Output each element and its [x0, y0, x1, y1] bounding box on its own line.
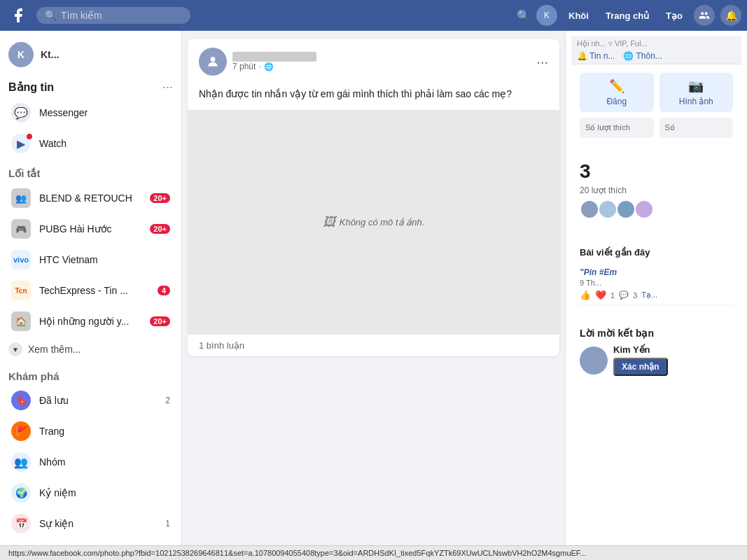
friend-req-title: Lời mời kết bạn — [580, 328, 733, 339]
sidebar-item-memories[interactable]: 🌍 Kỷ niệm — [3, 477, 179, 508]
bang-tin-title: Bảng tin — [8, 80, 54, 94]
share-label[interactable]: Tạ... — [641, 290, 657, 300]
events-badge: 1 — [165, 519, 170, 528]
pages-label: Trang — [39, 426, 170, 437]
hoi-badge: 20+ — [150, 316, 170, 326]
main-feed: 7 phút · 🌐 ··· Nhận được tin nhắn vậy từ… — [182, 31, 565, 560]
blend-label: BLEND & RETOUCH — [39, 192, 141, 204]
so-label: Số — [665, 123, 728, 132]
kham-pha-category: Khám phá — [0, 362, 181, 385]
post-options-button[interactable]: ··· — [536, 54, 548, 70]
htc-label: HTC Vietnam — [39, 254, 170, 265]
sidebar-item-htc[interactable]: vivo HTC Vietnam — [3, 244, 179, 275]
memories-label: Kỷ niệm — [39, 487, 170, 498]
sidebar-item-groups[interactable]: 👥 Nhóm — [3, 447, 179, 477]
post-author-avatar[interactable] — [199, 48, 227, 76]
confirm-friend-button[interactable]: Xác nhận — [613, 358, 668, 376]
post-header: 7 phút · 🌐 ··· — [188, 39, 559, 84]
main-layout: K Kt... Bảng tin ··· 💬 Messenger ▶ Watch… — [0, 31, 747, 560]
sidebar-item-techexpress[interactable]: Tcn TechExpress - Tin ... 4 — [3, 275, 179, 306]
tech-badge: 4 — [158, 286, 170, 295]
stats-row: Số lượt thích Số — [580, 118, 733, 138]
so-luot-thich-box: Số lượt thích — [580, 118, 654, 138]
left-sidebar: K Kt... Bảng tin ··· 💬 Messenger ▶ Watch… — [0, 31, 182, 560]
action-row: ✏️ Đăng 📷 Hình ảnh — [580, 73, 733, 112]
groups-icon: 👥 — [11, 452, 31, 472]
likes-section: 3 20 lượt thích — [571, 152, 741, 233]
sidebar-item-blend[interactable]: 👥 BLEND & RETOUCH 20+ — [3, 183, 179, 214]
home-button[interactable]: Khôi — [563, 8, 594, 24]
sidebar-avatar: K — [8, 42, 34, 67]
trang-chu-button[interactable]: Trang chủ — [600, 8, 655, 24]
post-time: 7 phút — [232, 62, 256, 71]
notifications-button[interactable]: 🔔 — [720, 5, 741, 26]
recent-posts-title: Bài viết gần đây — [580, 247, 733, 258]
post-text: Nhận được tin nhắn vậy từ em gái mình th… — [188, 84, 559, 110]
messenger-icon: 💬 — [11, 103, 31, 122]
action-buttons-section: ✏️ Đăng 📷 Hình ảnh Số lượt thích Số — [571, 64, 741, 146]
broken-image-icon: 🖼 — [323, 215, 335, 230]
friend-request-section: Lời mời kết bạn Kim Yến Xác nhận — [571, 319, 741, 384]
recent-post-reactions: 👍 ❤️ 1 💬 3 Tạ... — [580, 290, 733, 300]
tin-nhan-link[interactable]: 🔔 Tin n... — [577, 51, 615, 61]
reaction-count: 1 — [610, 291, 615, 300]
loi-tat-category: Lối tắt — [0, 159, 181, 183]
events-icon: 📅 — [11, 514, 31, 533]
comment-icon: 💬 — [619, 290, 629, 300]
saved-badge: 2 — [165, 396, 170, 405]
post-author-name[interactable] — [232, 52, 316, 62]
pages-icon: 🚩 — [11, 421, 31, 441]
post-card: 7 phút · 🌐 ··· Nhận được tin nhắn vậy từ… — [188, 39, 559, 356]
sidebar-item-pages[interactable]: 🚩 Trang — [3, 416, 179, 447]
sidebar-item-pubg[interactable]: 🎮 PUBG Hài Hước 20+ — [3, 214, 179, 244]
right-top-partial: Hội nh... ▿ VIP, Ful... 🔔 Tin n... 🌐 Thô… — [571, 36, 741, 64]
hoi-icon: 🏠 — [11, 312, 31, 331]
blend-icon: 👥 — [11, 188, 31, 208]
bang-tin-options[interactable]: ··· — [162, 80, 173, 94]
search-icon: 🔍 — [45, 10, 57, 21]
post-meta: 7 phút · 🌐 — [232, 62, 531, 71]
post-image: 🖼 Không có mô tả ảnh. — [188, 110, 559, 334]
broken-image-text: Không có mô tả ảnh. — [340, 217, 425, 227]
sidebar-item-messenger[interactable]: 💬 Messenger — [3, 97, 179, 128]
facebook-logo — [6, 3, 31, 28]
sidebar-item-watch[interactable]: ▶ Watch — [3, 128, 179, 159]
right-sidebar: Hội nh... ▿ VIP, Ful... 🔔 Tin n... 🌐 Thô… — [565, 31, 747, 560]
user-avatar[interactable]: K — [536, 5, 557, 26]
comment-count[interactable]: 1 bình luận — [199, 340, 244, 351]
so-box: Số — [659, 118, 734, 138]
tech-icon: Tcn — [11, 281, 31, 300]
hinh-anh-button[interactable]: 📷 Hình ảnh — [659, 73, 734, 112]
blend-badge: 20+ — [150, 193, 170, 203]
friend-btn-row: Xác nhận — [613, 358, 668, 376]
watch-icon: ▶ — [11, 134, 31, 153]
recent-posts-section: Bài viết gần đây "Pin #Em 9 Th... 👍 ❤️ 1… — [571, 239, 741, 314]
friend-req-details: Kim Yến Xác nhận — [613, 344, 668, 376]
url-text: https://www.facebook.com/photo.php?fbid=… — [8, 549, 587, 557]
comment-reply-count: 3 — [633, 291, 637, 300]
sidebar-item-hoi[interactable]: 🏠 Hội những người y... 20+ — [3, 306, 179, 337]
likers-row — [580, 200, 733, 219]
dang-button[interactable]: ✏️ Đăng — [580, 73, 654, 112]
search-big-icon[interactable]: 🔍 — [517, 9, 531, 22]
pubg-badge: 20+ — [150, 224, 170, 234]
htc-icon: vivo — [11, 250, 31, 270]
search-input[interactable] — [61, 10, 166, 21]
see-more-1[interactable]: ▼ Xem thêm... — [0, 337, 181, 362]
likes-count: 3 — [580, 160, 733, 183]
create-button[interactable]: Tạo — [660, 8, 688, 24]
friend-request-avatar[interactable] — [580, 346, 608, 374]
hinh-anh-icon: 📷 — [688, 78, 704, 94]
chevron-down-icon-1: ▼ — [8, 342, 22, 356]
sidebar-item-events[interactable]: 📅 Sự kiện 1 — [3, 508, 179, 539]
sidebar-user-profile[interactable]: K Kt... — [0, 36, 181, 73]
search-bar[interactable]: 🔍 — [36, 7, 190, 24]
recent-post-item-0[interactable]: "Pin #Em 9 Th... 👍 ❤️ 1 💬 3 Tạ... — [580, 263, 733, 305]
sidebar-item-saved[interactable]: 🔖 Đã lưu 2 — [3, 385, 179, 416]
partial-vip-text: Hội nh... ▿ VIP, Ful... — [577, 39, 648, 48]
watch-label: Watch — [39, 138, 170, 149]
add-friend-button[interactable] — [694, 5, 715, 26]
likes-label: 20 lượt thích — [580, 186, 733, 195]
liker-avatar-2 — [598, 200, 617, 219]
thong-link[interactable]: 🌐 Thôn... — [623, 51, 662, 61]
